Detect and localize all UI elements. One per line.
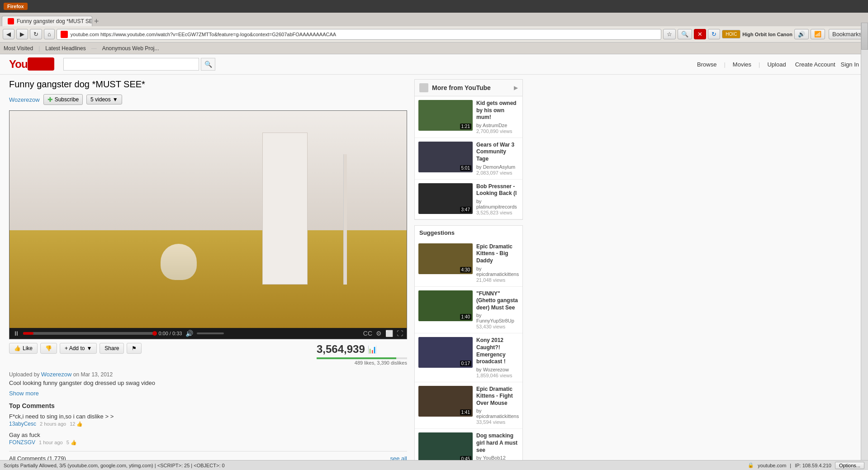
suggestion-info-0: Epic Dramatic Kittens - Big Daddy by epi… bbox=[476, 243, 519, 283]
channel-link[interactable]: Wozerezow bbox=[9, 96, 40, 103]
suggestions-title: Suggestions bbox=[415, 226, 522, 240]
search-input[interactable] bbox=[63, 58, 199, 71]
firefox-button[interactable]: Firefox bbox=[4, 3, 28, 10]
video-frame[interactable] bbox=[9, 111, 407, 328]
signal-button[interactable]: 📶 bbox=[811, 29, 825, 39]
suggestion-channel-2: by Wozerezow bbox=[476, 367, 519, 372]
suggestion-title-1: "FUNNY" (Ghetto gangsta deer) Must See bbox=[476, 290, 519, 312]
suggestion-info-1: "FUNNY" (Ghetto gangsta deer) Must See b… bbox=[476, 290, 519, 330]
dislike-button[interactable]: 👎 bbox=[40, 343, 57, 354]
like-label: Like bbox=[23, 345, 33, 351]
volume-slider[interactable] bbox=[197, 332, 224, 334]
subscribe-button[interactable]: ✚ Subscribe bbox=[43, 94, 83, 105]
stats-icon[interactable]: 📊 bbox=[368, 345, 377, 354]
more-video-card-1[interactable]: 5:01 Gears of War 3 Community Tage by De… bbox=[415, 138, 522, 180]
suggestion-card-0[interactable]: 4:30 Epic Dramatic Kittens - Big Daddy b… bbox=[415, 240, 522, 287]
volume-control[interactable]: 🔊 bbox=[185, 330, 193, 337]
theater-button[interactable]: ⬜ bbox=[385, 330, 393, 337]
url-text: youtube.com https://www.youtube.com/watc… bbox=[71, 32, 658, 37]
video-dog-body bbox=[161, 244, 197, 280]
search-submit-button[interactable]: 🔍 bbox=[201, 58, 215, 71]
refresh-button[interactable]: ↻ bbox=[708, 29, 720, 39]
show-more-button[interactable]: Show more bbox=[9, 390, 39, 397]
active-tab[interactable]: Funny gangster dog *MUST SEE* - YouTu...… bbox=[2, 16, 92, 26]
title-bar: Firefox bbox=[0, 0, 868, 13]
view-count-container: 3,564,939 📊 489 likes, 3,390 dislikes bbox=[317, 343, 407, 366]
browse-link[interactable]: Browse bbox=[697, 61, 716, 68]
likes-fill bbox=[317, 357, 396, 359]
bookmark-most-visited[interactable]: Most Visited bbox=[4, 45, 33, 52]
comment-likes-1: 5 👍 bbox=[66, 440, 77, 446]
comment-author-1[interactable]: FONZSGV bbox=[9, 439, 35, 446]
suggestion-card-3[interactable]: 1:41 Epic Dramatic Kittens - Fight Over … bbox=[415, 382, 522, 429]
bookmarks-button[interactable]: Bookmarks bbox=[829, 29, 865, 39]
new-tab-button[interactable]: + bbox=[94, 17, 99, 26]
more-video-views-0: 2,700,890 views bbox=[476, 128, 519, 134]
settings-button[interactable]: ⚙ bbox=[376, 330, 382, 337]
likes-text: 489 likes, 3,390 dislikes bbox=[317, 360, 407, 366]
status-text: Scripts Partially Allowed, 3/5 (youtube.… bbox=[4, 463, 744, 468]
addon-button[interactable]: HOIC bbox=[722, 30, 740, 38]
more-video-thumb-1: 5:01 bbox=[418, 142, 473, 172]
video-info-row: 👍 Like 👎 + Add to ▼ Share bbox=[9, 339, 407, 369]
home-button[interactable]: ⌂ bbox=[44, 29, 55, 39]
uploader-link[interactable]: Wozerezow bbox=[41, 371, 72, 378]
captions-button[interactable]: CC bbox=[363, 330, 372, 337]
bookmark-anonymous-web[interactable]: Anonymous Web Proj... bbox=[102, 45, 159, 52]
forward-button[interactable]: ▶ bbox=[16, 29, 28, 39]
videos-count-button[interactable]: 5 videos ▼ bbox=[86, 95, 122, 104]
more-from-youtube-section: More from YouTube ▶ 1:21 Kid gets owned … bbox=[414, 79, 523, 220]
fullscreen-button[interactable]: ⛶ bbox=[397, 330, 403, 337]
more-video-info-0: Kid gets owned by his own mum! by Astrum… bbox=[476, 100, 519, 134]
sign-in-link[interactable]: Sign In bbox=[841, 61, 859, 68]
create-account-link[interactable]: Create Account bbox=[795, 61, 835, 68]
suggestion-duration-0: 4:30 bbox=[460, 267, 471, 273]
comment-author-0[interactable]: 13abyCesc bbox=[9, 421, 36, 427]
progress-fill bbox=[23, 332, 33, 335]
like-button[interactable]: 👍 Like bbox=[9, 343, 38, 354]
likes-bar-track bbox=[317, 357, 407, 359]
flag-button[interactable]: ⚑ bbox=[127, 343, 142, 354]
play-pause-button[interactable]: ⏸ bbox=[13, 330, 19, 337]
upload-link[interactable]: Upload bbox=[767, 61, 786, 68]
search-button-nav[interactable]: 🔍 bbox=[678, 29, 692, 39]
more-video-views-1: 2,083,097 views bbox=[476, 170, 519, 176]
adblock-button[interactable]: ✕ bbox=[694, 29, 706, 39]
address-bar[interactable]: youtube.com https://www.youtube.com/watc… bbox=[57, 29, 662, 40]
add-to-dropdown-icon: ▼ bbox=[86, 345, 92, 351]
comment-meta-1: FONZSGV 1 hour ago 5 👍 bbox=[9, 439, 407, 446]
bookmark-star[interactable]: ☆ bbox=[663, 29, 676, 39]
video-section: Funny gangster dog *MUST SEE* Wozerezow … bbox=[9, 79, 407, 470]
more-video-card-0[interactable]: 1:21 Kid gets owned by his own mum! by A… bbox=[415, 96, 522, 138]
more-video-channel-1: by DemonAsylum bbox=[476, 164, 519, 170]
suggestion-card-2[interactable]: 0:17 Kony 2012 Caught?! Emergency broadc… bbox=[415, 333, 522, 382]
video-player: ⏸ 0:00 / 0:33 🔊 CC ⚙ ⬜ ⛶ bbox=[9, 110, 407, 339]
suggestion-channel-3: by epicdramatickittens bbox=[476, 408, 519, 419]
add-to-button[interactable]: + Add to ▼ bbox=[60, 343, 97, 354]
scrollbar-thumb[interactable] bbox=[861, 23, 868, 50]
progress-thumb bbox=[152, 331, 157, 336]
movies-link[interactable]: Movies bbox=[733, 61, 751, 68]
suggestion-views-3: 33,594 views bbox=[476, 419, 519, 425]
video-actions: 👍 Like 👎 + Add to ▼ Share bbox=[9, 343, 142, 354]
suggestion-info-2: Kony 2012 Caught?! Emergency broadcast !… bbox=[476, 337, 519, 378]
reload-button[interactable]: ↻ bbox=[30, 29, 42, 39]
comment-item-1: Gay as fuck FONZSGV 1 hour ago 5 👍 bbox=[9, 432, 407, 446]
scrollbar[interactable] bbox=[861, 23, 868, 460]
current-time: 0:00 bbox=[158, 331, 168, 336]
youtube-logo[interactable]: YouTube bbox=[9, 58, 54, 71]
comment-text-1: Gay as fuck bbox=[9, 432, 407, 438]
suggestion-card-1[interactable]: 1:40 "FUNNY" (Ghetto gangsta deer) Must … bbox=[415, 287, 522, 334]
volume-button[interactable]: 🔊 bbox=[794, 29, 809, 39]
progress-track[interactable] bbox=[23, 332, 155, 335]
suggestion-channel-0: by epicdramatickittens bbox=[476, 266, 519, 277]
sidebar: More from YouTube ▶ 1:21 Kid gets owned … bbox=[414, 79, 523, 470]
more-video-card-2[interactable]: 3:47 Bob Pressner - Looking Back (l by p… bbox=[415, 180, 522, 219]
bookmark-latest-headlines[interactable]: Latest Headlines bbox=[45, 45, 85, 52]
back-button[interactable]: ◀ bbox=[3, 29, 14, 39]
more-video-thumb-2: 3:47 bbox=[418, 183, 473, 214]
video-actions-left: 👍 Like 👎 + Add to ▼ Share bbox=[9, 343, 142, 354]
more-video-channel-0: by AstrumDze bbox=[476, 123, 519, 128]
options-button[interactable]: Options... bbox=[835, 462, 864, 469]
share-button[interactable]: Share bbox=[100, 343, 124, 354]
